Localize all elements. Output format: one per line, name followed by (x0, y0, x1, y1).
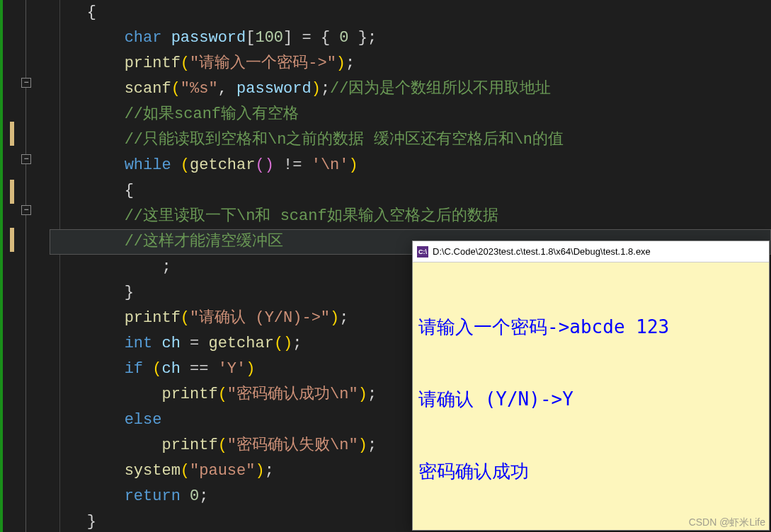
console-line: 请确认 (Y/N)->Y (418, 387, 763, 411)
paren: ( (181, 462, 190, 480)
number: 0 (190, 487, 199, 505)
keyword: char (125, 29, 162, 47)
comment: //这里读取一下\n和 scanf如果输入空格之后的数据 (125, 207, 498, 225)
punct: ; (321, 80, 330, 98)
function-call: printf (161, 386, 217, 403)
paren: ) (358, 436, 367, 454)
punct: ; (345, 54, 355, 72)
paren: ) (349, 156, 358, 174)
function-call: getchar (190, 156, 255, 174)
console-line: 密码确认成功 (418, 459, 763, 483)
keyword: return (125, 487, 181, 505)
keyword: while (125, 156, 171, 174)
identifier: ch (161, 360, 180, 378)
punct: ; (125, 258, 171, 276)
string: 'Y' (218, 360, 246, 378)
paren: ( (181, 156, 190, 174)
editor-gutter: − − − (0, 0, 50, 532)
identifier: password (236, 80, 312, 98)
code-line: { (50, 0, 771, 25)
paren: () (274, 335, 292, 352)
code-line: scanf("%s", password);//因为是个数组所以不用取地址 (50, 76, 771, 102)
punct: ; (292, 335, 302, 352)
code-line: while (getchar() != '\n') (50, 153, 771, 178)
paren: () (255, 156, 273, 174)
string: "请输入一个密码->" (190, 54, 336, 72)
string: "密码确认失败\n" (227, 436, 358, 454)
brace: { (125, 182, 134, 200)
function-call: system (125, 462, 181, 480)
paren: ) (358, 386, 367, 403)
console-line: 请输入一个密码->abcde 123 (418, 315, 763, 339)
keyword: int (125, 335, 153, 352)
function-call: printf (125, 54, 181, 72)
identifier: ch (152, 335, 181, 352)
comment: //如果scanf输入有空格 (125, 105, 299, 123)
code-line: //这里读取一下\n和 scanf如果输入空格之后的数据 (50, 204, 771, 229)
code-line: printf("请输入一个密码->"); (50, 51, 771, 76)
comment: //这样才能清空缓冲区 (125, 233, 283, 250)
code-line: //如果scanf输入有空格 (50, 102, 771, 127)
paren: ( (218, 436, 227, 454)
paren: ) (312, 80, 321, 98)
keyword: if (125, 360, 143, 378)
comment: //因为是个数组所以不用取地址 (330, 80, 551, 98)
fold-toggle-icon[interactable]: − (21, 205, 31, 215)
fold-toggle-icon[interactable]: − (21, 154, 31, 164)
code-line: { (50, 178, 771, 204)
paren: ) (330, 309, 339, 327)
punct: , (218, 80, 236, 98)
keyword: else (125, 411, 162, 429)
number: 0 (339, 29, 348, 47)
change-marker (10, 228, 14, 252)
gutter-change-bar (0, 0, 3, 532)
code-line: //只能读取到空格和\n之前的数据 缓冲区还有空格后和\n的值 (50, 127, 771, 153)
change-marker (10, 180, 14, 204)
console-window[interactable]: C:\ D:\C.Code\2023test.c\test.1.8\x64\De… (412, 241, 770, 531)
code-line: char password[100] = { 0 }; (50, 25, 771, 51)
console-titlebar[interactable]: C:\ D:\C.Code\2023test.c\test.1.8\x64\De… (413, 241, 769, 262)
punct: ; (367, 436, 377, 454)
punct: ; (199, 487, 208, 505)
paren: ( (181, 309, 190, 327)
brace: { (87, 4, 96, 21)
function-call: printf (125, 309, 181, 327)
function-call: printf (161, 436, 217, 454)
watermark: CSDN @虾米Life (689, 516, 765, 529)
paren: ( (218, 386, 227, 403)
console-app-icon: C:\ (417, 246, 428, 258)
paren: ( (152, 360, 161, 378)
paren: ) (255, 462, 264, 480)
paren: ) (336, 54, 345, 72)
string: "%s" (181, 80, 218, 98)
paren: ( (181, 54, 190, 72)
operator: == (181, 360, 218, 378)
string: "请确认 (Y/N)->" (190, 309, 330, 327)
punct: ] = { (283, 29, 339, 47)
number: 100 (255, 29, 283, 47)
operator: != (274, 156, 312, 174)
punct: ; (265, 462, 274, 480)
fold-toggle-icon[interactable]: − (21, 78, 31, 88)
punct: [ (246, 29, 255, 47)
string: "密码确认成功\n" (227, 386, 358, 403)
punct: ; (339, 309, 348, 327)
console-output: 请输入一个密码->abcde 123 请确认 (Y/N)->Y 密码确认成功 请… (413, 262, 769, 532)
function-call: getchar (208, 335, 273, 352)
paren: ) (246, 360, 255, 378)
brace: } (125, 284, 134, 301)
punct: ; (367, 386, 377, 403)
change-marker (10, 122, 14, 146)
function-call: scanf (125, 80, 171, 98)
string: "pause" (190, 462, 255, 480)
console-title: D:\C.Code\2023test.c\test.1.8\x64\Debug\… (433, 246, 651, 257)
identifier: password (161, 29, 246, 47)
paren: ( (171, 80, 181, 98)
comment: //只能读取到空格和\n之前的数据 缓冲区还有空格后和\n的值 (125, 131, 564, 149)
string: '\n' (312, 156, 349, 174)
brace: } (87, 513, 96, 531)
punct: }; (349, 29, 377, 47)
operator: = (181, 335, 209, 352)
